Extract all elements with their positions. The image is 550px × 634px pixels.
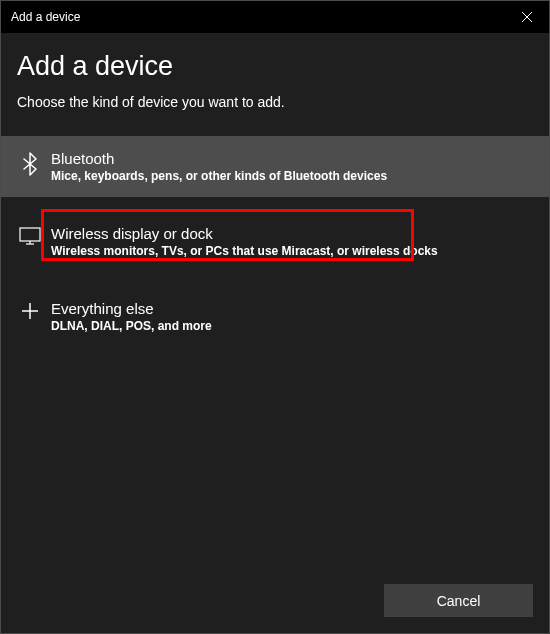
plus-icon [17,300,43,320]
option-everything-title: Everything else [51,300,533,317]
svg-rect-2 [20,228,40,241]
bluetooth-icon [17,150,43,176]
option-everything-else[interactable]: Everything else DLNA, DIAL, POS, and mor… [1,286,549,347]
option-bluetooth-text: Bluetooth Mice, keyboards, pens, or othe… [51,150,533,183]
option-bluetooth-desc: Mice, keyboards, pens, or other kinds of… [51,169,533,183]
page-description: Choose the kind of device you want to ad… [1,94,549,110]
option-wireless-desc: Wireless monitors, TVs, or PCs that use … [51,244,533,258]
option-bluetooth[interactable]: Bluetooth Mice, keyboards, pens, or othe… [1,136,549,197]
cancel-button[interactable]: Cancel [384,584,533,617]
close-button[interactable] [504,1,549,33]
option-bluetooth-title: Bluetooth [51,150,533,167]
page-title: Add a device [1,51,549,82]
display-icon [17,225,43,245]
window-title: Add a device [11,10,80,24]
close-icon [522,12,532,22]
option-wireless-wrapper: Wireless display or dock Wireless monito… [1,211,549,272]
dialog-footer: Cancel [1,568,549,633]
option-wireless-display[interactable]: Wireless display or dock Wireless monito… [1,211,549,272]
option-everything-desc: DLNA, DIAL, POS, and more [51,319,533,333]
titlebar: Add a device [1,1,549,33]
option-everything-text: Everything else DLNA, DIAL, POS, and mor… [51,300,533,333]
dialog-content: Add a device Choose the kind of device y… [1,33,549,568]
option-wireless-title: Wireless display or dock [51,225,533,242]
option-wireless-text: Wireless display or dock Wireless monito… [51,225,533,258]
